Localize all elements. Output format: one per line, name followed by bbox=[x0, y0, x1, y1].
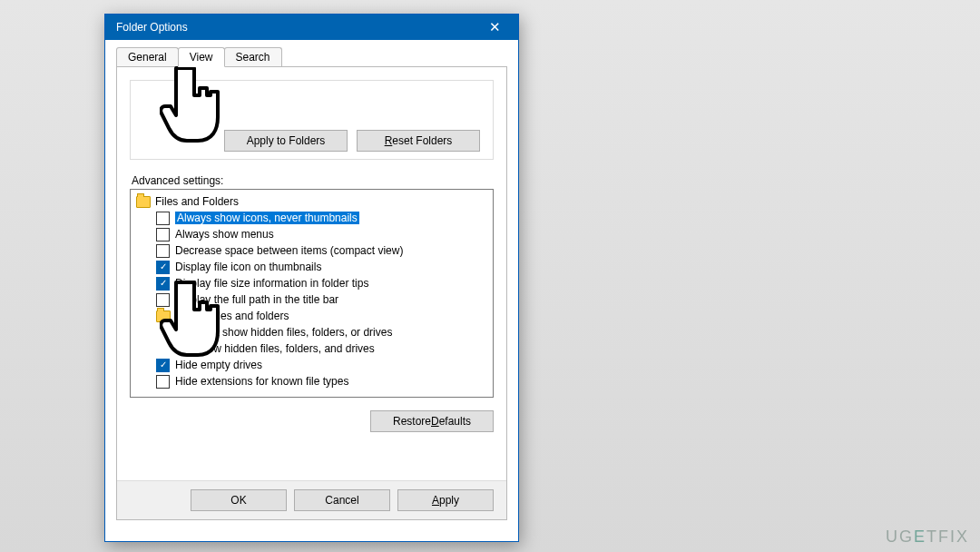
tree-item-label: Don't show hidden files, folders, or dri… bbox=[194, 326, 392, 339]
close-button[interactable]: ✕ bbox=[476, 15, 513, 40]
checkbox-icon[interactable] bbox=[156, 277, 170, 291]
tree-group-hidden-files: Hidden files and folders bbox=[132, 308, 491, 324]
checkbox-icon[interactable] bbox=[156, 293, 170, 307]
checkbox-icon[interactable] bbox=[156, 228, 170, 242]
tab-general[interactable]: General bbox=[116, 47, 179, 67]
checkbox-icon[interactable] bbox=[156, 244, 170, 258]
tree-radio-dont-show-hidden[interactable]: Don't show hidden files, folders, or dri… bbox=[132, 324, 491, 340]
checkbox-icon[interactable] bbox=[156, 375, 170, 389]
close-icon: ✕ bbox=[489, 19, 501, 35]
folder-options-dialog: Folder Options ✕ General View Search App… bbox=[104, 14, 519, 542]
tree-group-files-and-folders: Files and Folders bbox=[132, 193, 491, 210]
tree-item-label: Display file icon on thumbnails bbox=[175, 261, 321, 273]
cancel-button[interactable]: Cancel bbox=[294, 489, 390, 511]
tab-panel-view: Apply to Folders Reset Folders Advanced … bbox=[116, 66, 507, 520]
advanced-settings-tree[interactable]: Files and Folders Always show icons, nev… bbox=[130, 189, 494, 398]
tree-item-label: Decrease space between items (compact vi… bbox=[175, 244, 403, 257]
tree-item-hide-extensions[interactable]: Hide extensions for known file types bbox=[132, 373, 491, 389]
folder-views-group: Apply to Folders Reset Folders bbox=[130, 80, 494, 160]
checkbox-icon[interactable] bbox=[156, 261, 170, 274]
tree-item-label: Hide extensions for known file types bbox=[175, 375, 348, 388]
tree-item-file-icon-thumb[interactable]: Display file icon on thumbnails bbox=[132, 259, 491, 275]
apply-button[interactable]: Apply bbox=[397, 489, 494, 511]
apply-to-folders-button[interactable]: Apply to Folders bbox=[224, 130, 348, 152]
tree-item-always-menus[interactable]: Always show menus bbox=[132, 226, 491, 242]
folder-icon bbox=[136, 196, 151, 208]
tree-item-always-icons[interactable]: Always show icons, never thumbnails bbox=[132, 210, 491, 226]
watermark: UGETFIX bbox=[886, 527, 969, 547]
tree-radio-show-hidden[interactable]: Show hidden files, folders, and drives bbox=[132, 340, 491, 357]
tree-item-full-path-titlebar[interactable]: Display the full path in the title bar bbox=[132, 291, 491, 308]
folder-icon bbox=[156, 310, 171, 322]
tree-item-compact-view[interactable]: Decrease space between items (compact vi… bbox=[132, 242, 491, 259]
reset-folders-button[interactable]: Reset Folders bbox=[357, 130, 480, 152]
tree-item-label: Hide empty drives bbox=[175, 359, 262, 371]
tab-search[interactable]: Search bbox=[224, 47, 282, 67]
tab-strip: General View Search bbox=[116, 47, 518, 67]
tree-item-label: Show hidden files, folders, and drives bbox=[194, 342, 375, 355]
ok-button[interactable]: OK bbox=[191, 489, 287, 511]
tab-view[interactable]: View bbox=[178, 47, 225, 67]
tree-item-label: Display file size information in folder … bbox=[175, 277, 368, 290]
advanced-settings-label: Advanced settings: bbox=[132, 174, 506, 187]
radio-icon[interactable] bbox=[176, 326, 189, 339]
tree-item-label: Display the full path in the title bar bbox=[175, 293, 338, 306]
window-title: Folder Options bbox=[116, 21, 476, 34]
titlebar[interactable]: Folder Options ✕ bbox=[105, 15, 518, 40]
restore-defaults-button[interactable]: Restore Defaults bbox=[370, 410, 494, 432]
checkbox-icon[interactable] bbox=[156, 359, 170, 372]
tree-item-file-size-tips[interactable]: Display file size information in folder … bbox=[132, 275, 491, 291]
checkbox-icon[interactable] bbox=[156, 212, 170, 225]
radio-icon[interactable] bbox=[176, 342, 189, 355]
dialog-footer: OK Cancel Apply bbox=[117, 480, 506, 519]
tree-item-label: Always show menus bbox=[175, 228, 274, 241]
tree-item-hide-empty-drives[interactable]: Hide empty drives bbox=[132, 357, 491, 373]
tree-item-label: Always show icons, never thumbnails bbox=[175, 212, 359, 224]
